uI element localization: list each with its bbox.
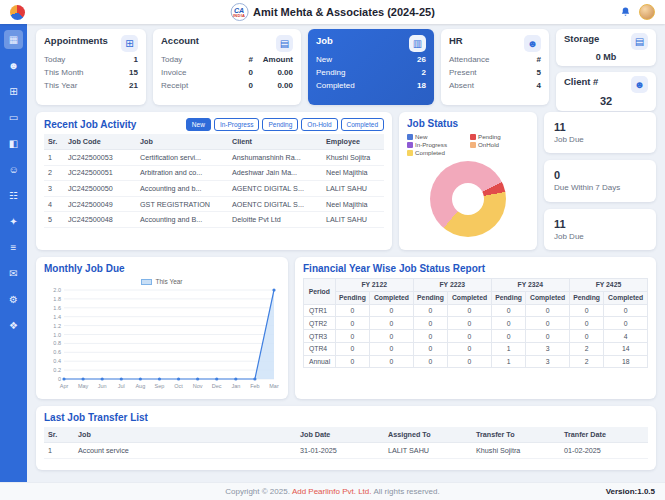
svg-text:Sep: Sep bbox=[155, 383, 165, 389]
filter-completed-button[interactable]: Completed bbox=[341, 118, 384, 131]
account-row: Invoice00.00 bbox=[161, 67, 293, 80]
fy-year-header: FY 2122 bbox=[335, 279, 413, 292]
filter-new-button[interactable]: New bbox=[186, 118, 211, 131]
sidebar-item-attendance[interactable]: ☷ bbox=[4, 186, 23, 205]
app-header: CA INDIA Amit Mehta & Associates (2024-2… bbox=[0, 0, 665, 24]
svg-text:Jun: Jun bbox=[98, 383, 107, 389]
fy-value-cell: 0 bbox=[448, 355, 492, 368]
bell-icon[interactable] bbox=[620, 6, 631, 18]
last-job-transfer-panel: Last Job Transfer List Sr.JobJob DateAss… bbox=[36, 406, 656, 470]
fy-year-header: FY 2425 bbox=[569, 279, 647, 292]
fy-value-cell: 0 bbox=[604, 317, 648, 330]
job-value: 18 bbox=[417, 80, 426, 93]
sidebar-item-employees[interactable]: ☺ bbox=[4, 160, 23, 179]
ca-india-logo: CA INDIA bbox=[230, 3, 248, 21]
svg-text:Jan: Jan bbox=[231, 383, 240, 389]
table-cell: 3 bbox=[44, 181, 64, 197]
jobs-icon: ✦ bbox=[9, 216, 17, 227]
fy-value-cell: 0 bbox=[526, 317, 570, 330]
fy-year-header: FY 2223 bbox=[413, 279, 491, 292]
fy-sub-header: Completed bbox=[526, 291, 570, 304]
stat-label: Job Due bbox=[554, 135, 646, 144]
table-row: QTR4000013214 bbox=[304, 342, 648, 355]
sidebar-item-reports[interactable]: ◧ bbox=[4, 134, 23, 153]
fy-sub-header: Completed bbox=[448, 291, 492, 304]
svg-text:1.0: 1.0 bbox=[53, 332, 61, 338]
filter-in-progress-button[interactable]: In-Progress bbox=[214, 118, 260, 131]
table-cell: Neel Majithia bbox=[322, 196, 384, 212]
stat-card-0: 11Job Due bbox=[544, 112, 656, 153]
appointments-value: 1 bbox=[134, 54, 138, 67]
hr-card: HR ☻ Attendance#Present5Absent4 bbox=[441, 29, 549, 105]
job-list-icon: ≡ bbox=[11, 242, 17, 253]
table-cell: LALIT SAHU bbox=[322, 212, 384, 228]
person-icon: ☻ bbox=[524, 35, 541, 52]
fy-head: PeriodFY 2122FY 2223FY 2324FY 2425Pendin… bbox=[304, 279, 648, 305]
col-header: Employee bbox=[322, 134, 384, 150]
sidebar-item-settings[interactable]: ⚙ bbox=[4, 290, 23, 309]
sidebar-item-workstation[interactable]: ▭ bbox=[4, 108, 23, 127]
job-filter-buttons: NewIn-ProgressPendingOn-HoldCompleted bbox=[186, 118, 384, 131]
account-col-header: # bbox=[227, 54, 253, 67]
sidebar-item-jobs[interactable]: ✦ bbox=[4, 212, 23, 231]
hr-label: Present bbox=[449, 67, 477, 80]
table-cell: 2 bbox=[44, 165, 64, 181]
card-title: HR bbox=[449, 35, 463, 46]
fy-value-cell: 2 bbox=[569, 355, 604, 368]
svg-text:0.8: 0.8 bbox=[53, 340, 61, 346]
table-cell: 01-02-2025 bbox=[560, 443, 648, 459]
svg-text:0.4: 0.4 bbox=[53, 358, 61, 364]
job-value: 26 bbox=[417, 54, 426, 67]
fy-value-cell: 0 bbox=[448, 342, 492, 355]
rights-text: All rights reserved. bbox=[373, 487, 439, 496]
col-header: Sr. bbox=[44, 134, 64, 150]
svg-text:2.0: 2.0 bbox=[53, 287, 61, 293]
account-count: 0 bbox=[227, 80, 253, 93]
svg-text:0.6: 0.6 bbox=[53, 349, 61, 355]
fy-value-cell: 0 bbox=[335, 330, 370, 343]
col-header: Assigned To bbox=[384, 427, 472, 443]
account-label: Receipt bbox=[161, 80, 227, 93]
fy-value-cell: 18 bbox=[604, 355, 648, 368]
sidebar-item-dashboard[interactable]: ▦ bbox=[4, 30, 23, 49]
account-amount: 0.00 bbox=[253, 80, 293, 93]
svg-text:Feb: Feb bbox=[250, 383, 259, 389]
filter-pending-button[interactable]: Pending bbox=[262, 118, 298, 131]
pearlinfo-link[interactable]: Add Pearlinfo Pvt. Ltd. bbox=[292, 487, 372, 496]
sidebar-item-team[interactable]: ❖ bbox=[4, 316, 23, 335]
main-content: Appointments ⊞ Today1This Month15This Ye… bbox=[27, 24, 665, 482]
table-cell: 1 bbox=[44, 150, 64, 166]
fy-sub-header: Completed bbox=[370, 291, 414, 304]
legend-label: New bbox=[415, 133, 427, 140]
job-row: Pending2 bbox=[316, 67, 426, 80]
account-header-row: Today#Amount bbox=[161, 54, 293, 67]
filter-on-hold-button[interactable]: On-Hold bbox=[301, 118, 337, 131]
avatar[interactable] bbox=[639, 4, 655, 20]
fy-period-cell: QTR3 bbox=[304, 330, 336, 343]
account-card: Account ▤ Today#AmountInvoice00.00Receip… bbox=[153, 29, 301, 105]
account-label: Invoice bbox=[161, 67, 227, 80]
workstation-icon: ▭ bbox=[9, 112, 18, 123]
svg-text:0.2: 0.2 bbox=[53, 367, 61, 373]
hr-label: Attendance bbox=[449, 54, 489, 67]
legend-item: In-Progress bbox=[407, 141, 466, 148]
fy-value-cell: 0 bbox=[448, 304, 492, 317]
fy-value-cell: 4 bbox=[604, 330, 648, 343]
settings-icon: ⚙ bbox=[9, 294, 18, 305]
legend-label: This Year bbox=[155, 278, 182, 285]
sidebar-item-appointments[interactable]: ⊞ bbox=[4, 82, 23, 101]
appointments-row: This Year21 bbox=[44, 80, 138, 93]
sidebar-item-clients[interactable]: ☻ bbox=[4, 56, 23, 75]
legend-item: New bbox=[407, 133, 466, 140]
col-header: Job bbox=[74, 427, 296, 443]
table-row: 3JC242500050Accounting and b...AGENTC DI… bbox=[44, 181, 384, 197]
donut-hole bbox=[452, 183, 484, 215]
table-cell: 5 bbox=[44, 212, 64, 228]
table-cell: Khushi Sojitra bbox=[322, 150, 384, 166]
table-cell: JC242500051 bbox=[64, 165, 136, 181]
sidebar-item-documents[interactable]: ✉ bbox=[4, 264, 23, 283]
legend-swatch bbox=[407, 134, 413, 140]
sidebar-item-job-list[interactable]: ≡ bbox=[4, 238, 23, 257]
hr-row: Attendance# bbox=[449, 54, 541, 67]
col-header: Transfer To bbox=[472, 427, 560, 443]
